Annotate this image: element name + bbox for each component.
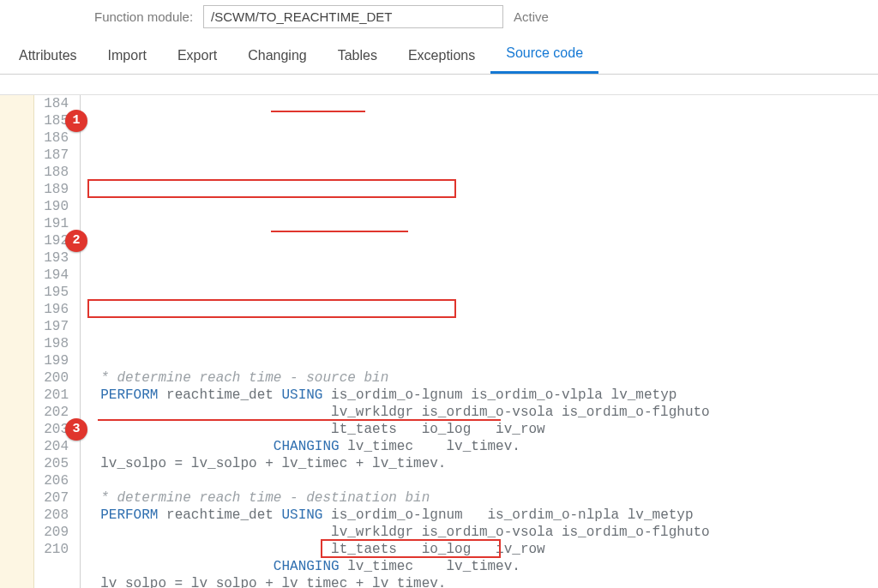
- tab-content-spacer: [0, 75, 878, 95]
- code-line[interactable]: PERFORM reachtime_det USING is_ordim_o-l…: [84, 507, 878, 524]
- code-line[interactable]: lt_taets io_log iv_row: [84, 421, 878, 438]
- tab-tables[interactable]: Tables: [322, 39, 393, 74]
- code-line[interactable]: lv_wrkldgr is_ordim_o-vsola is_ordim_o-f…: [84, 404, 878, 421]
- tab-changing[interactable]: Changing: [232, 39, 322, 74]
- code-line[interactable]: lv_solpo = lv_solpo + lv_timec + lv_time…: [84, 455, 878, 472]
- code-content[interactable]: 1 2 3 * determine reach time - source bi…: [81, 95, 878, 588]
- code-line[interactable]: [84, 472, 878, 489]
- code-line[interactable]: CHANGING lv_timec lv_timev.: [84, 438, 878, 455]
- underline-destination-bin: [271, 231, 408, 232]
- status-text: Active: [514, 9, 549, 24]
- tab-export[interactable]: Export: [162, 39, 232, 74]
- code-editor[interactable]: 1841851861871881891901911921931941951961…: [0, 95, 878, 588]
- code-line[interactable]: CHANGING lv_timec lv_timev.: [84, 558, 878, 575]
- code-line[interactable]: PERFORM reachtime_det USING is_ordim_o-l…: [84, 387, 878, 404]
- tab-attributes[interactable]: Attributes: [3, 39, 93, 74]
- callout-1: 1: [65, 110, 87, 132]
- code-line[interactable]: * determine reach time - destination bin: [84, 489, 878, 507]
- function-module-header: Function module: Active: [0, 0, 878, 37]
- function-module-label: Function module:: [94, 9, 193, 24]
- underline-source-bin: [271, 111, 365, 112]
- code-line[interactable]: * determine reach time - source bin: [84, 369, 878, 387]
- box-changing: [321, 539, 501, 558]
- code-line[interactable]: lv_solpo = lv_solpo + lv_timec + lv_time…: [84, 575, 878, 588]
- callout-2: 2: [65, 230, 87, 252]
- breakpoint-gutter[interactable]: [0, 95, 34, 588]
- function-module-input[interactable]: [203, 5, 503, 28]
- callout-3: 3: [65, 418, 87, 441]
- line-number-column: 1841851861871881891901911921931941951961…: [34, 95, 74, 588]
- box-solpo-2: [87, 299, 456, 318]
- marker-gutter: [74, 95, 81, 588]
- tab-bar: Attributes Import Export Changing Tables…: [0, 37, 878, 75]
- box-solpo-1: [87, 179, 456, 198]
- tab-import[interactable]: Import: [93, 39, 162, 74]
- code-line[interactable]: lv_wrkldgr is_ordim_o-vsola is_ordim_o-f…: [84, 524, 878, 541]
- tab-exceptions[interactable]: Exceptions: [393, 39, 490, 74]
- tab-source-code[interactable]: Source code: [490, 37, 598, 74]
- underline-badi-call: [98, 419, 501, 421]
